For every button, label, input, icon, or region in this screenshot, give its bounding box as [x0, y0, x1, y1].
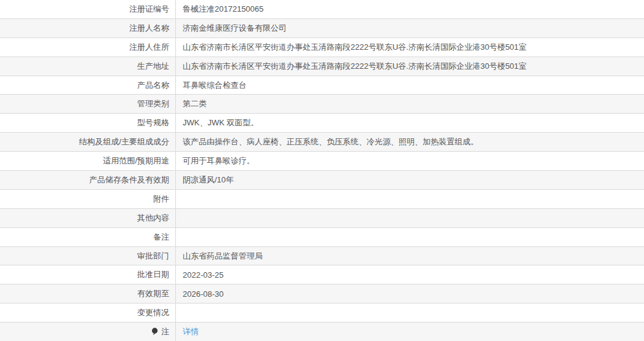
row-label-text: 生产地址: [137, 61, 169, 72]
row-label: 变更情况: [0, 304, 176, 322]
row-label-text: 审批部门: [137, 251, 169, 262]
row-label: 附件: [0, 190, 176, 208]
row-value: 阴凉通风/10年: [176, 171, 644, 189]
row-value-text: JWK、JWK 双面型。: [183, 117, 259, 128]
table-row: 注册人住所 山东省济南市长清区平安街道办事处玉清路南段2222号联东U谷.济南长…: [0, 37, 644, 57]
table-row: 管理类别 第二类: [0, 94, 644, 113]
row-label: 批准日期: [0, 265, 176, 284]
row-value: [176, 190, 644, 208]
row-value-text: 山东省济南市长清区平安街道办事处玉清路南段2222号联东U谷.济南长清国际企业港…: [183, 42, 527, 53]
page: 注册证编号 鲁械注准20172150065 注册人名称 济南金维康医疗设备有限公…: [0, 0, 644, 341]
row-label: 管理类别: [0, 95, 176, 113]
row-value-text: 山东省济南市长清区平安街道办事处玉清路南段2222号联东U谷.济南长清国际企业港…: [183, 61, 527, 72]
table-row: 注册人名称 济南金维康医疗设备有限公司: [0, 18, 644, 37]
row-label: 生产地址: [0, 57, 176, 76]
table-row: 生产地址 山东省济南市长清区平安街道办事处玉清路南段2222号联东U谷.济南长清…: [0, 57, 644, 76]
row-value-text: 山东省药品监督管理局: [183, 251, 263, 262]
table-row: 备注: [0, 227, 644, 246]
row-label-text: 结构及组成/主要组成成分: [79, 136, 169, 147]
row-label: 注册人住所: [0, 38, 176, 57]
row-label: 审批部门: [0, 247, 176, 265]
row-label-text: 注册证编号: [129, 4, 169, 15]
row-label: 备注: [0, 228, 176, 246]
row-label-text: 产品名称: [137, 80, 169, 91]
row-value: [176, 209, 644, 227]
row-label: 注册证编号: [0, 0, 176, 18]
table-row: 产品储存条件及有效期 阴凉通风/10年: [0, 170, 644, 189]
row-label-text: 其他内容: [137, 213, 169, 224]
row-label: 注: [0, 323, 176, 341]
row-label-text: 适用范围/预期用途: [103, 155, 169, 167]
row-value: 2026-08-30: [176, 284, 644, 303]
row-value: JWK、JWK 双面型。: [176, 114, 644, 132]
row-value-text: 2022-03-25: [183, 270, 224, 280]
row-value: 山东省药品监督管理局: [176, 247, 644, 265]
row-label-text: 管理类别: [137, 98, 169, 109]
row-value-text: 济南金维康医疗设备有限公司: [183, 23, 287, 34]
table-row: 注册证编号 鲁械注准20172150065: [0, 0, 644, 18]
row-value: 济南金维康医疗设备有限公司: [176, 19, 644, 37]
row-label: 结构及组成/主要组成成分: [0, 133, 176, 151]
row-label-text: 有效期至: [137, 288, 169, 299]
table-row: 适用范围/预期用途 可用于耳鼻喉诊疗。: [0, 151, 644, 170]
row-value-text: 2026-08-30: [183, 289, 224, 299]
table-row: 变更情况: [0, 303, 644, 322]
row-label: 产品储存条件及有效期: [0, 171, 176, 189]
row-value-text: 耳鼻喉综合检查台: [183, 80, 247, 91]
row-label: 注册人名称: [0, 19, 176, 37]
row-value-text: 该产品由操作台、病人座椅、正压系统、负压系统、冷光源、照明、加热装置组成。: [183, 136, 479, 147]
row-label: 其他内容: [0, 209, 176, 227]
table-row: 型号规格 JWK、JWK 双面型。: [0, 113, 644, 132]
row-label-text: 注: [161, 326, 169, 337]
row-label-text: 注册人住所: [129, 42, 169, 53]
row-label-text: 产品储存条件及有效期: [89, 174, 169, 186]
table-row: 审批部门 山东省药品监督管理局: [0, 246, 644, 265]
row-label-text: 变更情况: [137, 307, 169, 318]
row-value-text: 第二类: [183, 98, 207, 109]
table-row: 有效期至 2026-08-30: [0, 284, 644, 303]
row-label: 适用范围/预期用途: [0, 152, 176, 170]
row-value-text: 鲁械注准20172150065: [183, 4, 264, 15]
row-label-text: 附件: [153, 194, 169, 205]
table-row: 批准日期 2022-03-25: [0, 265, 644, 284]
row-value: 可用于耳鼻喉诊疗。: [176, 152, 644, 170]
row-value: 2022-03-25: [176, 265, 644, 284]
table-row: 其他内容: [0, 208, 644, 227]
row-value: [176, 228, 644, 246]
row-value: 耳鼻喉综合检查台: [176, 76, 644, 95]
table-row: 结构及组成/主要组成成分 该产品由操作台、病人座椅、正压系统、负压系统、冷光源、…: [0, 132, 644, 151]
registration-table: 注册证编号 鲁械注准20172150065 注册人名称 济南金维康医疗设备有限公…: [0, 0, 644, 341]
row-label-text: 型号规格: [137, 117, 169, 128]
row-label-text: 注册人名称: [129, 23, 169, 34]
row-value-text: 阴凉通风/10年: [183, 174, 234, 186]
row-label: 型号规格: [0, 114, 176, 132]
table-row: 注 详情: [0, 322, 644, 341]
row-value: [176, 304, 644, 322]
table-row: 产品名称 耳鼻喉综合检查台: [0, 76, 644, 95]
row-value: 鲁械注准20172150065: [176, 0, 644, 18]
row-label: 有效期至: [0, 284, 176, 303]
row-value: 第二类: [176, 95, 644, 113]
row-label: 产品名称: [0, 76, 176, 95]
table-row: 附件: [0, 189, 644, 208]
row-value: 山东省济南市长清区平安街道办事处玉清路南段2222号联东U谷.济南长清国际企业港…: [176, 57, 644, 76]
row-value: 山东省济南市长清区平安街道办事处玉清路南段2222号联东U谷.济南长清国际企业港…: [176, 38, 644, 57]
note-icon: [151, 327, 159, 336]
row-value-text: 可用于耳鼻喉诊疗。: [183, 155, 255, 167]
details-link[interactable]: 详情: [183, 326, 199, 337]
row-value: 详情: [176, 323, 644, 341]
row-label-text: 备注: [153, 232, 169, 243]
row-label-text: 批准日期: [137, 269, 169, 280]
row-value: 该产品由操作台、病人座椅、正压系统、负压系统、冷光源、照明、加热装置组成。: [176, 133, 644, 151]
